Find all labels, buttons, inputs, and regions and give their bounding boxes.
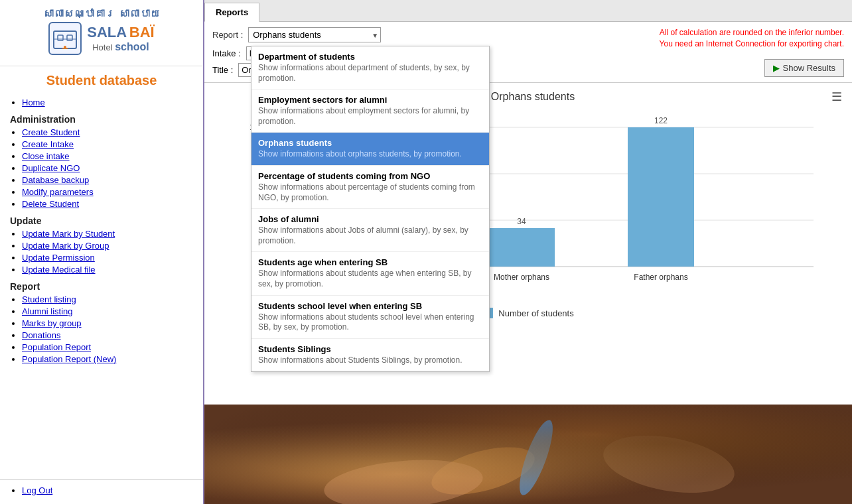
dropdown-item-orphans[interactable]: Orphans students Show informations about… <box>251 133 489 166</box>
nav-student-listing[interactable]: Student listing <box>22 294 76 304</box>
nav-create-intake[interactable]: Create Intake <box>22 139 74 149</box>
report-section-title: Report <box>10 281 193 292</box>
brand-sala: SALA <box>87 24 127 40</box>
sidebar: សាលាសណ្ឋាគារ សាលាបាយ SALA <box>0 0 204 504</box>
svg-rect-23 <box>204 405 852 504</box>
svg-point-27 <box>322 454 484 504</box>
bar-mother-orphans <box>488 228 555 267</box>
tab-reports[interactable]: Reports <box>204 3 259 22</box>
report-dropdown[interactable]: Department of students Show informations… <box>251 46 490 372</box>
dropdown-item-school-level[interactable]: Students school level when entering SB S… <box>251 296 489 339</box>
nav-population-report-new[interactable]: Population Report (New) <box>22 354 116 364</box>
report-label: Report : <box>212 30 243 40</box>
dropdown-item-jobs[interactable]: Jobs of alumni Show informations about J… <box>251 209 489 252</box>
svg-rect-2 <box>67 35 72 40</box>
nav-home[interactable]: Home <box>22 97 45 107</box>
nav-population-report[interactable]: Population Report <box>22 342 91 352</box>
chart-menu-icon[interactable]: ☰ <box>831 90 842 104</box>
svg-text:34: 34 <box>517 217 526 226</box>
dropdown-item-siblings[interactable]: Students Siblings Show informations abou… <box>251 339 489 372</box>
db-title: Student database <box>0 66 203 92</box>
bg-photo <box>204 405 852 504</box>
svg-rect-22 <box>204 405 852 504</box>
svg-rect-21 <box>204 405 852 504</box>
report-controls: All of calculation are rounded on the in… <box>204 22 852 83</box>
brand-text: SALA BAÏ Hotel school <box>87 24 154 53</box>
nav-alumni-listing[interactable]: Alumni listing <box>22 306 73 316</box>
nav-marks-by-group[interactable]: Marks by group <box>22 318 82 328</box>
school-icon <box>52 26 78 51</box>
tab-bar: Reports <box>204 0 852 22</box>
svg-point-26 <box>599 426 739 502</box>
report-select-wrapper: Orphans students <box>248 27 381 42</box>
svg-text:122: 122 <box>654 116 668 125</box>
nav-update-permission[interactable]: Update Permission <box>22 253 95 263</box>
notice-text: All of calculation are rounded on the in… <box>660 27 844 50</box>
update-section-title: Update <box>10 216 193 226</box>
nav-delete-student[interactable]: Delete Student <box>22 199 79 209</box>
nav-create-student[interactable]: Create Student <box>22 127 80 137</box>
sidebar-logo: សាលាសណ្ឋាគារ សាលាបាយ SALA <box>0 0 203 66</box>
title-label: Title : <box>212 65 233 75</box>
svg-text:Father orphans: Father orphans <box>634 273 687 282</box>
nav-donations[interactable]: Donations <box>22 330 61 340</box>
report-select[interactable]: Orphans students <box>248 27 381 42</box>
main-layout: សាលាសណ្ឋាគារ សាលាបាយ SALA <box>0 0 852 504</box>
admin-section-title: Administration <box>10 114 193 125</box>
svg-rect-1 <box>58 35 63 40</box>
sidebar-bottom: Log Out <box>0 479 203 504</box>
logo-box: SALA BAÏ Hotel school <box>10 22 193 55</box>
admin-list: Create Student Create Intake Close intak… <box>10 127 193 209</box>
svg-text:Mother orphans: Mother orphans <box>494 273 549 282</box>
show-results-icon: ▶ <box>773 63 780 73</box>
dropdown-item-dept[interactable]: Department of students Show informations… <box>251 46 489 90</box>
brand-hotel: Hotel <box>92 42 112 52</box>
nav-update-medical[interactable]: Update Medical file <box>22 265 96 275</box>
nav-modify-parameters[interactable]: Modify parameters <box>22 187 94 197</box>
dropdown-item-employment[interactable]: Employment sectors for alumni Show infor… <box>251 90 489 133</box>
legend-label: Number of students <box>498 308 573 318</box>
nav-duplicate-ngo[interactable]: Duplicate NGO <box>22 163 80 173</box>
khmer-title: សាលាសណ្ឋាគារ សាលាបាយ <box>10 8 193 19</box>
dropdown-item-age[interactable]: Students age when entering SB Show infor… <box>251 252 489 295</box>
nav-update-mark-group[interactable]: Update Mark by Group <box>22 241 109 251</box>
bar-father-orphans <box>628 127 694 267</box>
nav-close-intake[interactable]: Close intake <box>22 151 70 161</box>
report-list: Student listing Alumni listing Marks by … <box>10 294 193 364</box>
brand-school: school <box>115 41 149 52</box>
show-results-button[interactable]: ▶ Show Results <box>764 59 844 77</box>
nav-logout[interactable]: Log Out <box>22 485 52 495</box>
nav-database-backup[interactable]: Database backup <box>22 175 89 185</box>
update-list: Update Mark by Student Update Mark by Gr… <box>10 229 193 275</box>
svg-point-24 <box>427 438 539 503</box>
nav-update-mark-student[interactable]: Update Mark by Student <box>22 229 115 239</box>
bg-svg <box>204 405 852 504</box>
dropdown-item-ngo-pct[interactable]: Percentage of students coming from NGO S… <box>251 166 489 209</box>
content-area: Reports All of calculation are rounded o… <box>204 0 852 504</box>
sidebar-nav: Home Administration Create Student Creat… <box>0 92 203 479</box>
intake-label: Intake : <box>212 48 241 58</box>
brand-bai: BAÏ <box>129 24 155 40</box>
svg-point-25 <box>513 416 559 498</box>
logo-icon <box>48 22 82 55</box>
